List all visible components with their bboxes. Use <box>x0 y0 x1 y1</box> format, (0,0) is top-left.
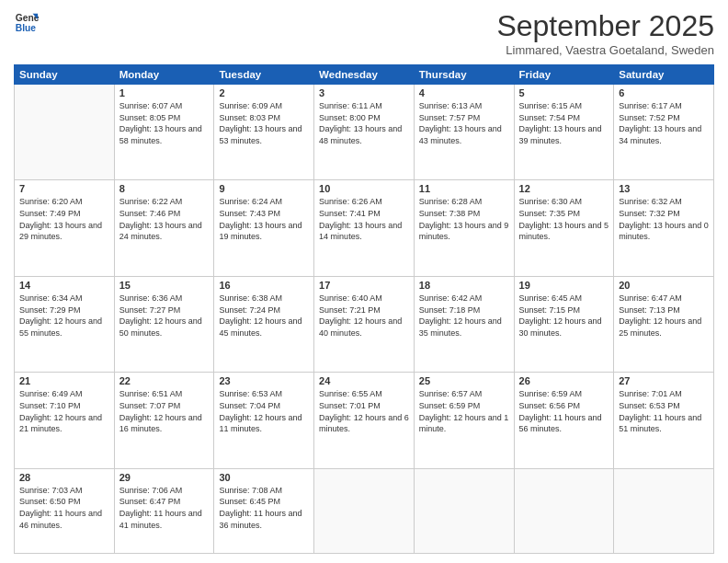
calendar-cell: 30Sunrise: 7:08 AM Sunset: 6:45 PM Dayli… <box>214 468 314 553</box>
calendar-cell: 13Sunrise: 6:32 AM Sunset: 7:32 PM Dayli… <box>614 180 714 276</box>
day-number: 10 <box>319 183 409 194</box>
calendar-cell: 6Sunrise: 6:17 AM Sunset: 7:52 PM Daylig… <box>614 85 714 180</box>
col-wednesday: Wednesday <box>314 65 415 85</box>
page: General Blue September 2025 Limmared, Va… <box>0 0 728 563</box>
day-number: 7 <box>19 183 109 194</box>
day-number: 1 <box>119 87 210 98</box>
day-number: 9 <box>219 183 309 194</box>
day-number: 29 <box>119 472 210 483</box>
calendar-cell: 22Sunrise: 6:51 AM Sunset: 7:07 PM Dayli… <box>114 373 214 468</box>
day-number: 17 <box>319 280 409 291</box>
day-info: Sunrise: 6:09 AM Sunset: 8:03 PM Dayligh… <box>219 100 309 146</box>
day-number: 12 <box>519 183 609 194</box>
day-number: 22 <box>119 375 210 386</box>
day-info: Sunrise: 6:11 AM Sunset: 8:00 PM Dayligh… <box>319 100 409 146</box>
calendar-cell: 2Sunrise: 6:09 AM Sunset: 8:03 PM Daylig… <box>214 85 314 180</box>
calendar-week-row: 7Sunrise: 6:20 AM Sunset: 7:49 PM Daylig… <box>15 180 714 276</box>
calendar-cell <box>314 468 415 553</box>
col-sunday: Sunday <box>15 65 115 85</box>
day-info: Sunrise: 7:06 AM Sunset: 6:47 PM Dayligh… <box>119 485 210 531</box>
day-number: 15 <box>119 280 210 291</box>
location: Limmared, Vaestra Goetaland, Sweden <box>496 43 714 57</box>
day-number: 14 <box>19 280 109 291</box>
day-number: 30 <box>219 472 309 483</box>
calendar-header-row: Sunday Monday Tuesday Wednesday Thursday… <box>15 65 714 85</box>
day-number: 16 <box>219 280 309 291</box>
day-number: 21 <box>19 375 109 386</box>
day-number: 11 <box>419 183 509 194</box>
day-number: 28 <box>19 472 109 483</box>
day-info: Sunrise: 6:26 AM Sunset: 7:41 PM Dayligh… <box>319 196 409 242</box>
calendar-cell: 1Sunrise: 6:07 AM Sunset: 8:05 PM Daylig… <box>114 85 214 180</box>
svg-text:Blue: Blue <box>16 23 37 33</box>
col-thursday: Thursday <box>414 65 514 85</box>
calendar-cell: 28Sunrise: 7:03 AM Sunset: 6:50 PM Dayli… <box>15 468 115 553</box>
day-info: Sunrise: 6:42 AM Sunset: 7:18 PM Dayligh… <box>419 293 509 339</box>
day-number: 27 <box>619 375 709 386</box>
calendar-cell <box>414 468 514 553</box>
logo-icon: General Blue <box>14 9 40 35</box>
calendar-cell: 16Sunrise: 6:38 AM Sunset: 7:24 PM Dayli… <box>214 276 314 372</box>
day-info: Sunrise: 6:57 AM Sunset: 6:59 PM Dayligh… <box>419 388 509 434</box>
day-number: 5 <box>519 87 609 98</box>
day-info: Sunrise: 6:13 AM Sunset: 7:57 PM Dayligh… <box>419 100 509 146</box>
day-number: 25 <box>419 375 509 386</box>
day-info: Sunrise: 6:17 AM Sunset: 7:52 PM Dayligh… <box>619 100 709 146</box>
calendar-cell: 20Sunrise: 6:47 AM Sunset: 7:13 PM Dayli… <box>614 276 714 372</box>
calendar-week-row: 21Sunrise: 6:49 AM Sunset: 7:10 PM Dayli… <box>15 373 714 468</box>
day-info: Sunrise: 6:55 AM Sunset: 7:01 PM Dayligh… <box>319 388 409 434</box>
day-info: Sunrise: 6:49 AM Sunset: 7:10 PM Dayligh… <box>19 388 109 434</box>
day-number: 19 <box>519 280 609 291</box>
calendar-table: Sunday Monday Tuesday Wednesday Thursday… <box>14 64 714 554</box>
day-info: Sunrise: 6:28 AM Sunset: 7:38 PM Dayligh… <box>419 196 509 242</box>
day-info: Sunrise: 6:51 AM Sunset: 7:07 PM Dayligh… <box>119 388 210 434</box>
title-block: September 2025 Limmared, Vaestra Goetala… <box>496 9 714 57</box>
day-info: Sunrise: 6:32 AM Sunset: 7:32 PM Dayligh… <box>619 196 709 242</box>
calendar-cell: 27Sunrise: 7:01 AM Sunset: 6:53 PM Dayli… <box>614 373 714 468</box>
day-info: Sunrise: 6:20 AM Sunset: 7:49 PM Dayligh… <box>19 196 109 242</box>
day-info: Sunrise: 7:03 AM Sunset: 6:50 PM Dayligh… <box>19 485 109 531</box>
calendar-cell: 11Sunrise: 6:28 AM Sunset: 7:38 PM Dayli… <box>414 180 514 276</box>
day-info: Sunrise: 6:22 AM Sunset: 7:46 PM Dayligh… <box>119 196 210 242</box>
day-info: Sunrise: 6:40 AM Sunset: 7:21 PM Dayligh… <box>319 293 409 339</box>
col-tuesday: Tuesday <box>214 65 314 85</box>
day-number: 4 <box>419 87 509 98</box>
calendar-cell: 21Sunrise: 6:49 AM Sunset: 7:10 PM Dayli… <box>15 373 115 468</box>
col-friday: Friday <box>514 65 614 85</box>
calendar-cell: 18Sunrise: 6:42 AM Sunset: 7:18 PM Dayli… <box>414 276 514 372</box>
header: General Blue September 2025 Limmared, Va… <box>14 9 714 57</box>
day-info: Sunrise: 6:38 AM Sunset: 7:24 PM Dayligh… <box>219 293 309 339</box>
day-number: 20 <box>619 280 709 291</box>
calendar-cell: 26Sunrise: 6:59 AM Sunset: 6:56 PM Dayli… <box>514 373 614 468</box>
calendar-week-row: 14Sunrise: 6:34 AM Sunset: 7:29 PM Dayli… <box>15 276 714 372</box>
day-number: 2 <box>219 87 309 98</box>
day-info: Sunrise: 7:08 AM Sunset: 6:45 PM Dayligh… <box>219 485 309 531</box>
col-saturday: Saturday <box>614 65 714 85</box>
calendar-cell: 10Sunrise: 6:26 AM Sunset: 7:41 PM Dayli… <box>314 180 415 276</box>
calendar-cell: 12Sunrise: 6:30 AM Sunset: 7:35 PM Dayli… <box>514 180 614 276</box>
day-number: 8 <box>119 183 210 194</box>
calendar-cell: 8Sunrise: 6:22 AM Sunset: 7:46 PM Daylig… <box>114 180 214 276</box>
calendar-cell: 4Sunrise: 6:13 AM Sunset: 7:57 PM Daylig… <box>414 85 514 180</box>
calendar-cell: 23Sunrise: 6:53 AM Sunset: 7:04 PM Dayli… <box>214 373 314 468</box>
day-info: Sunrise: 6:59 AM Sunset: 6:56 PM Dayligh… <box>519 388 609 434</box>
calendar-cell <box>514 468 614 553</box>
calendar-cell: 15Sunrise: 6:36 AM Sunset: 7:27 PM Dayli… <box>114 276 214 372</box>
calendar-cell: 5Sunrise: 6:15 AM Sunset: 7:54 PM Daylig… <box>514 85 614 180</box>
calendar-cell: 24Sunrise: 6:55 AM Sunset: 7:01 PM Dayli… <box>314 373 415 468</box>
day-number: 6 <box>619 87 709 98</box>
calendar-cell <box>15 85 115 180</box>
day-info: Sunrise: 6:30 AM Sunset: 7:35 PM Dayligh… <box>519 196 609 242</box>
calendar-week-row: 28Sunrise: 7:03 AM Sunset: 6:50 PM Dayli… <box>15 468 714 553</box>
day-info: Sunrise: 6:36 AM Sunset: 7:27 PM Dayligh… <box>119 293 210 339</box>
day-info: Sunrise: 6:24 AM Sunset: 7:43 PM Dayligh… <box>219 196 309 242</box>
day-info: Sunrise: 6:15 AM Sunset: 7:54 PM Dayligh… <box>519 100 609 146</box>
calendar-week-row: 1Sunrise: 6:07 AM Sunset: 8:05 PM Daylig… <box>15 85 714 180</box>
calendar-cell: 17Sunrise: 6:40 AM Sunset: 7:21 PM Dayli… <box>314 276 415 372</box>
day-info: Sunrise: 6:53 AM Sunset: 7:04 PM Dayligh… <box>219 388 309 434</box>
logo: General Blue <box>14 9 40 35</box>
day-info: Sunrise: 6:47 AM Sunset: 7:13 PM Dayligh… <box>619 293 709 339</box>
day-number: 3 <box>319 87 409 98</box>
calendar-cell: 25Sunrise: 6:57 AM Sunset: 6:59 PM Dayli… <box>414 373 514 468</box>
calendar-cell <box>614 468 714 553</box>
